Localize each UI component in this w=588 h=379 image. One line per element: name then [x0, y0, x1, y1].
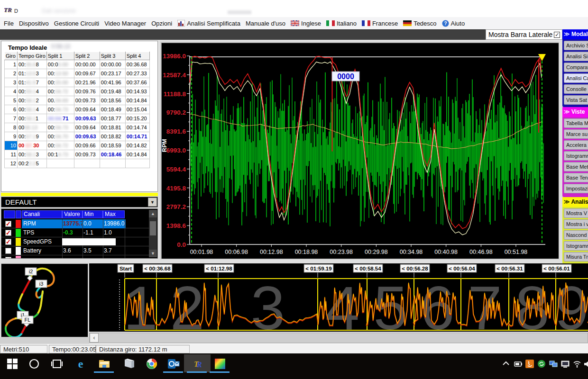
channel-row-battery[interactable]: Battery3.63.53.7 — [1, 246, 149, 255]
lap-row[interactable]: 80058.1300:04.7300:09.6400:18.8100:14.74 — [5, 123, 150, 132]
sidebar-button-archivio-s[interactable]: Archivio S — [564, 41, 588, 50]
lap-cell[interactable]: 00:58.12 — [18, 96, 47, 105]
lap-cell[interactable]: 00:14.84 — [125, 150, 149, 159]
lap-cell[interactable]: 01:41.57 — [18, 78, 47, 87]
tray-monitor-icon[interactable] — [560, 359, 570, 369]
menu-item-francese[interactable]: Francese — [362, 20, 398, 27]
channel-checkbox[interactable]: ✓ — [5, 221, 11, 227]
channel-checkbox[interactable]: ✓ — [5, 239, 11, 245]
taskbar-chrome-icon[interactable] — [145, 357, 158, 370]
lap-number[interactable]: 7 — [5, 114, 18, 123]
taskbar-colors-icon[interactable] — [213, 357, 227, 370]
lap-cell[interactable] — [100, 159, 125, 168]
taskbar-taskview-icon[interactable] — [50, 357, 64, 370]
lap-cell[interactable]: 00:15.04 — [125, 105, 149, 114]
lap-cell[interactable]: 00:14.73 — [46, 150, 74, 159]
lap-cell[interactable]: 00:04.71 — [46, 114, 74, 123]
menu-item-italiano[interactable]: Italiano — [326, 20, 357, 27]
lap-cell[interactable]: 00:09.64 — [74, 105, 100, 114]
lap-cell[interactable]: 00:14.74 — [125, 123, 149, 132]
lap-cell[interactable]: 00:09.73 — [74, 96, 100, 105]
lap-cell[interactable]: 00:20.00 — [46, 78, 74, 87]
channel-row-rpm[interactable]: ✓RPM13775.70.013986.0 — [1, 219, 149, 228]
chevron-double-icon[interactable]: ≫ — [564, 108, 571, 115]
menu-item-aiuto[interactable]: ?Aiuto — [442, 20, 465, 27]
taskbar-search-icon[interactable] — [28, 357, 41, 370]
sidebar-button-istogramm[interactable]: Istogramm — [564, 151, 588, 161]
lap-cell[interactable] — [125, 159, 149, 168]
lap-strip-chart[interactable]: 123456789Start< 00:36.68< 01:12.98< 01:5… — [89, 263, 588, 332]
lap-col-header[interactable]: Tempo Giro — [18, 52, 47, 60]
lap-cell[interactable]: 00:58.11 — [18, 114, 47, 123]
lap-row[interactable]: 900:57.1900:04.7000:09.6300:18.8200:14.7… — [5, 132, 150, 141]
menu-item-opzioni[interactable]: Opzioni — [151, 20, 172, 27]
lap-row[interactable]: 600:58.1400:04.7300:09.6400:18.4900:15.0… — [5, 105, 150, 114]
lap-row[interactable]: 1000:57.3000:04.7200:09.6600:18.5900:14.… — [5, 141, 150, 150]
lap-cell[interactable]: 00:09.64 — [74, 123, 100, 132]
lap-number[interactable]: 6 — [5, 105, 18, 114]
lap-number[interactable]: 9 — [5, 132, 18, 141]
sidebar-toggle[interactable]: Mostra Barra Laterale ✓ — [486, 29, 562, 40]
lap-row[interactable]: 400:59.1400:04.7200:09.7600:19.4800:14.9… — [5, 87, 150, 96]
lap-cell[interactable]: 00:21.96 — [74, 78, 100, 87]
lap-cell[interactable]: 00:14.84 — [125, 96, 149, 105]
menu-item-file[interactable]: File — [4, 20, 14, 27]
lap-cell[interactable]: 01:13.53 — [18, 69, 47, 78]
lap-cell[interactable]: 0058.13 — [18, 123, 47, 132]
sidebar-button-istogramm[interactable]: Istogramm — [564, 241, 588, 251]
sidebar-button-consolle[interactable]: Consolle — [564, 84, 588, 94]
sidebar-button-base-met[interactable]: Base Met — [564, 162, 588, 171]
lap-cell[interactable]: 00:19.48 — [100, 87, 125, 96]
lap-number[interactable]: 1 — [5, 60, 18, 69]
lap-number[interactable]: 3 — [5, 78, 18, 87]
menu-item-manuale-d-uso[interactable]: Manuale d'uso — [246, 20, 285, 27]
strip-scroll-left-icon[interactable]: ‹ — [90, 333, 99, 343]
lap-cell[interactable]: 00:18.46 — [100, 150, 125, 159]
lap-cell[interactable]: 00:36.68 — [125, 60, 149, 69]
lap-cell[interactable]: 00:09.67 — [74, 69, 100, 78]
lap-cell[interactable]: 00:57.19 — [18, 132, 47, 141]
lap-col-header[interactable]: Giro — [5, 52, 18, 60]
lap-cell[interactable]: 00:04.72 — [46, 141, 74, 150]
lap-number[interactable]: 2 — [5, 69, 18, 78]
tray-network-icon[interactable] — [548, 359, 559, 369]
lap-cell[interactable]: 00:27.33 — [125, 69, 149, 78]
lap-cell[interactable]: 00:04.70 — [46, 132, 74, 141]
lap-cell[interactable]: 00:57.30 — [18, 141, 47, 150]
lap-cell[interactable]: 00:04.73 — [46, 105, 74, 114]
tray-volume-icon[interactable] — [582, 359, 588, 369]
sidebar-toggle-checkbox[interactable]: ✓ — [554, 32, 560, 38]
lap-number[interactable]: 5 — [5, 96, 18, 105]
sidebar-button-mostra-i-v[interactable]: Mostra i v — [564, 219, 588, 229]
lap-cell[interactable]: 00:09.63 — [74, 114, 100, 123]
lap-cell[interactable]: 00:18.59 — [100, 141, 125, 150]
menu-item-gestione-circuiti[interactable]: Gestione Circuiti — [54, 20, 99, 27]
lap-row[interactable]: 100:36.6800:00.0000:00.0000:00.0000:36.6… — [5, 60, 150, 69]
lap-cell[interactable]: 00:58.13 — [18, 150, 47, 159]
lap-cell[interactable]: 00:18.77 — [100, 114, 125, 123]
channel-row-tps[interactable]: ✓TPS-0.3-1.11.0 — [1, 228, 149, 237]
sidebar-button-analisi-si[interactable]: Analisi Si — [564, 52, 588, 61]
scroll-thumb[interactable] — [150, 221, 156, 235]
channel-checkbox[interactable]: ✓ — [5, 257, 11, 259]
menu-item-analisi-semplificata[interactable]: Analisi Semplificata — [177, 20, 240, 27]
lap-cell[interactable]: 00:14.82 — [125, 141, 149, 150]
combo-dropdown-icon[interactable]: ▼ — [148, 198, 157, 207]
tray-wifi-icon[interactable] — [572, 359, 582, 369]
channels-scrollbar[interactable]: ▲▼ — [149, 210, 157, 257]
lap-row[interactable]: 1100:58.1300:14.7300:09.7300:18.4600:14.… — [5, 150, 150, 159]
taskbar-outlook-icon[interactable] — [167, 357, 180, 370]
lap-number[interactable]: 10 — [5, 141, 18, 150]
lap-cell[interactable]: 00:18.56 — [100, 96, 125, 105]
tray-chevron-up-icon[interactable] — [501, 359, 511, 369]
scroll-up-icon[interactable]: ▲ — [149, 210, 157, 217]
lap-number[interactable]: 8 — [5, 123, 18, 132]
channel-checkbox[interactable] — [5, 248, 11, 254]
lap-cell[interactable]: 00:23.17 — [100, 69, 125, 78]
taskbar-explorer-icon[interactable] — [98, 357, 111, 370]
taskbar-edge-icon[interactable]: e — [74, 357, 87, 370]
menu-item-tedesco[interactable]: Tedesco — [403, 20, 436, 27]
lap-number[interactable]: 4 — [5, 87, 18, 96]
lap-cell[interactable]: 00:04.73 — [46, 123, 74, 132]
lap-cell[interactable]: 00:09.76 — [74, 87, 100, 96]
